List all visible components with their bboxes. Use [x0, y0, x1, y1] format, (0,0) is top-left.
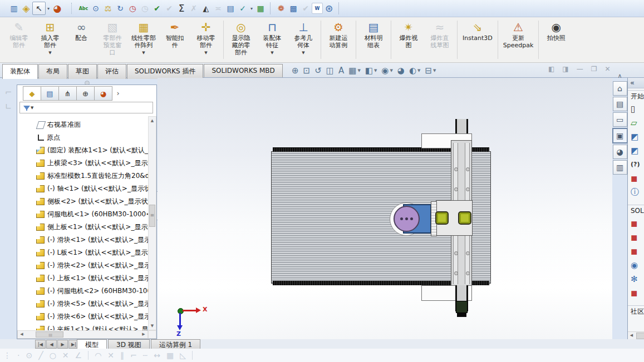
simulation-grid-icon[interactable]: ▩ [287, 2, 299, 14]
home-icon[interactable]: ⌂ [613, 81, 627, 96]
tree-vertical-scrollbar[interactable]: ▲ ▼ [148, 116, 156, 330]
tree-horizontal-scrollbar[interactable]: ◀ ▶ [17, 330, 148, 339]
polygon-icon[interactable]: ○ [50, 351, 56, 360]
section-sw-tools[interactable]: SOLIDWORKS 工具 [628, 205, 644, 216]
open-document-icon[interactable]: ▱ [628, 116, 644, 130]
tab-evaluate[interactable]: 评估 [97, 64, 126, 79]
tree-item[interactable]: ▶ 上横梁<3> (默认<<默认>_显示状 [17, 157, 148, 170]
section-community[interactable]: 社区 [628, 305, 644, 317]
whats-new-icon[interactable]: (?) [628, 157, 644, 171]
apply-scene-icon[interactable]: ◐ ▼ [409, 66, 420, 76]
ribbon-separator[interactable]: ▼ [498, 21, 498, 59]
tree-item[interactable]: ▶ 标准型模数1.5直齿轮压力角20&d [17, 170, 148, 182]
dimension-icon[interactable]: ↔ [154, 351, 160, 360]
scrollbar-thumb[interactable] [36, 331, 63, 338]
zoom-fit-icon[interactable]: ⊕ ▼ [292, 66, 299, 76]
pane-right-icon[interactable]: ◨ [562, 65, 568, 73]
edit-appearance-icon[interactable]: ◕ ▼ [397, 66, 405, 76]
chevron-down-icon[interactable]: ▼ [374, 68, 377, 73]
property-tab-builder-icon[interactable]: ◼ [628, 216, 644, 230]
previous-view-icon[interactable]: ↺ ▼ [314, 66, 322, 76]
view-settings-icon[interactable]: ⊟ ▼ [425, 66, 436, 76]
tab-sw-addins[interactable]: SOLIDWORKS 插件 [127, 64, 203, 79]
tree-item-origin[interactable]: ▶ 原点 [17, 131, 148, 144]
insert-component-button[interactable]: ⊞ 插入零 部件 ▼ [35, 17, 66, 62]
featuremanager-tab[interactable]: ◆ [23, 86, 41, 101]
scroll-up-icon[interactable]: ▲ [149, 117, 156, 125]
more-caret-icon[interactable]: ▾ [249, 2, 254, 14]
reference-geometry-button[interactable]: ⊥ 参考几 何体 ▼ [288, 17, 319, 62]
wizard-icon[interactable]: ✻ [628, 272, 644, 286]
toolbar-separator[interactable] [192, 351, 193, 360]
select-caret-icon[interactable]: ▾ [46, 2, 51, 14]
ribbon-separator[interactable]: ▼ [391, 21, 391, 59]
compress-icon[interactable]: ≍ [212, 2, 224, 14]
tab-assembly[interactable]: 装配体 [2, 64, 38, 79]
tree-item[interactable]: ▶ 侧上板<1> (默认<<默认>_显示状 [17, 221, 148, 234]
tab-sw-mbd[interactable]: SOLIDWORKS MBD [204, 64, 282, 77]
chevron-down-icon[interactable]: ▼ [302, 50, 304, 56]
ribbon-separator[interactable]: ▼ [321, 21, 321, 59]
measure-icon[interactable]: ⊙ [90, 2, 102, 14]
chevron-down-icon[interactable]: ▼ [48, 50, 51, 56]
scrollbar-thumb[interactable] [636, 333, 644, 339]
edrawings-icon[interactable]: ⊛ [323, 2, 335, 14]
tutorials-icon[interactable]: ◩ [628, 130, 644, 143]
tree-item[interactable]: ▶ (-) 滑块<2> (默认<<默认>_显示 [17, 259, 148, 272]
appearances-icon[interactable]: ◕ [613, 145, 627, 159]
ribbon-separator[interactable]: ▼ [538, 21, 539, 59]
chevron-down-icon[interactable]: ▼ [433, 68, 436, 73]
design-table-icon[interactable]: ▦ [254, 2, 267, 14]
tabs-overflow[interactable]: › [112, 86, 124, 100]
chevron-down-icon[interactable]: ▼ [142, 50, 145, 56]
next-tab-button[interactable]: ▶ [57, 340, 68, 349]
task-pane-scrollbar[interactable]: ◀ [628, 331, 644, 340]
my-products-icon[interactable]: ◼ [628, 286, 644, 300]
tree-item[interactable]: ▶ (-) 轴<1> (默认<<默认>_显示状态 [17, 182, 148, 195]
tree-item[interactable]: ▶ 伺服电机<1> (60HBM30-1000< [17, 208, 148, 221]
tree-item[interactable]: ▶ (-) 滑块<1> (默认<<默认>_显示 [17, 234, 148, 246]
animation-icon[interactable]: ◷ [139, 2, 151, 14]
scrollbar-thumb[interactable] [149, 205, 155, 227]
chevron-down-icon[interactable]: ▼ [357, 68, 360, 73]
verification-off-icon[interactable]: ✔ [163, 2, 175, 14]
tree-item[interactable]: ▶ (-) L板<1> (默认<<默认>_显示状 [17, 246, 148, 259]
update-speedpak-button[interactable]: ⚠ 更新 Speedpak ▼ [500, 17, 537, 62]
view-orientation-icon[interactable]: ▦ ▼ [348, 66, 361, 76]
orientation-cube-icon[interactable]: ◈ [20, 2, 32, 14]
ribbon-separator[interactable]: ▼ [223, 21, 224, 59]
circle-icon[interactable]: ⊙ [26, 351, 32, 360]
annotations-icon[interactable]: A ▼ [338, 66, 344, 76]
info-icon[interactable]: ⓘ [628, 185, 644, 199]
linear-pattern-button[interactable]: ▦ 线性零部 件阵列 ▼ [128, 17, 159, 62]
angle-line-icon[interactable]: ∠ [75, 351, 82, 360]
exploded-view-button[interactable]: ✴ 爆炸视 图 ▼ [393, 17, 424, 62]
tree-item[interactable]: ▶ (-) 上板<1> (默认<<默认>_显示 [17, 272, 148, 285]
section-properties-icon[interactable]: ↻ [114, 2, 126, 14]
sync-icon[interactable]: ◉ [628, 258, 644, 272]
display-style-icon[interactable]: ◧ ▼ [365, 66, 377, 76]
show-hidden-button[interactable]: ◎ 显示隐 藏的零 部件 ▼ [225, 17, 257, 62]
tree-item-plane[interactable]: ▶ 右视基准面 [17, 118, 148, 131]
dimxpertmanager-tab[interactable]: ⊕ [77, 86, 95, 101]
chevron-down-icon[interactable]: ▼ [417, 68, 420, 73]
equations-icon[interactable]: Σ [175, 2, 188, 14]
tree-item[interactable]: ▶ (-) 滑块<5> (默认<<默认>_显示 [17, 297, 148, 310]
training-icon[interactable]: ◩ [628, 143, 644, 157]
performance-evaluation-icon[interactable]: ◷ [126, 2, 139, 14]
sw-resources-icon[interactable]: ◼ [628, 171, 644, 185]
grid-icon[interactable]: ▦ [166, 351, 174, 360]
spellcheck-icon[interactable]: Abc [77, 2, 90, 14]
drag-handle[interactable]: ⋮ [3, 351, 11, 360]
word-icon[interactable]: W [312, 3, 323, 14]
instant3d-button[interactable]: ⇘ Instant3D ▼ [459, 17, 496, 62]
custom-properties-icon[interactable]: ▥ [613, 160, 627, 175]
mate-button[interactable]: ∞ 配合 ▼ [66, 17, 97, 62]
prev-tab-button[interactable]: ◀ [46, 340, 57, 349]
tab-sketch[interactable]: 草图 [68, 64, 97, 79]
hide-show-items-icon[interactable]: ◉ ▼ [381, 66, 392, 76]
pane-left-icon[interactable]: ◧ [548, 65, 554, 73]
new-motion-study-button[interactable]: ⚙ 新建运 动算例 ▼ [323, 17, 354, 62]
tree-item[interactable]: ▶ (固定) 装配体1<1> (默认<默认_显 [17, 144, 148, 157]
interference-icon[interactable]: ✗ [188, 2, 200, 14]
